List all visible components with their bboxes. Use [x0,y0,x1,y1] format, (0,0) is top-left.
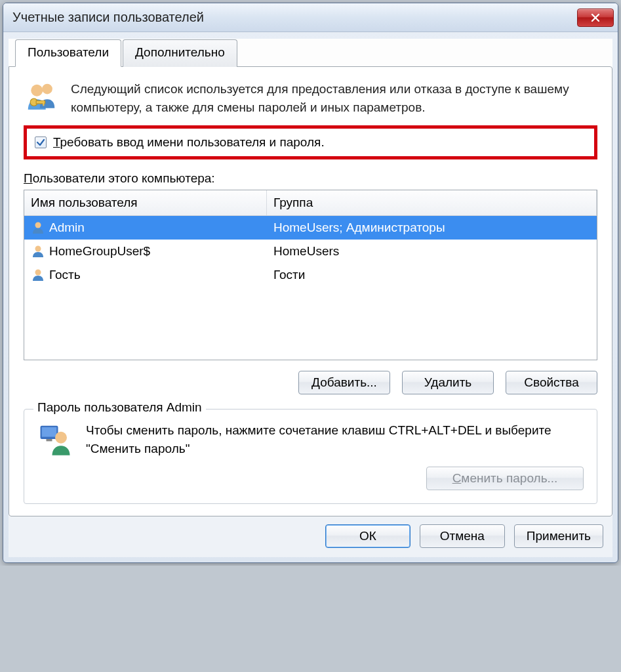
svg-point-5 [35,222,41,228]
client-area: Пользователи Дополнительно Следующий спи… [9,39,612,557]
svg-point-11 [55,432,67,444]
cell-username: Гость [49,268,81,282]
cell-group: HomeUsers [267,242,597,261]
svg-point-7 [35,270,41,276]
user-icon [31,220,45,235]
close-icon [590,12,601,23]
checkmark-icon [36,138,45,147]
svg-point-6 [35,246,41,252]
user-icon [31,268,45,282]
svg-rect-4 [43,101,44,106]
user-buttons-row: Добавить... Удалить Свойства [24,371,597,394]
svg-point-1 [42,84,52,94]
user-icon [31,244,45,259]
column-group[interactable]: Группа [267,190,597,215]
tab-page-users: Следующий список используется для предос… [9,66,612,516]
dialog-footer: ОК Отмена Применить [9,516,612,557]
tab-users[interactable]: Пользователи [15,39,121,67]
require-password-row: Требовать ввод имени пользователя и паро… [24,125,597,159]
user-monitor-icon [37,421,73,457]
list-item[interactable]: HomeGroupUser$ HomeUsers [24,240,597,263]
window-title: Учетные записи пользователей [12,10,577,25]
users-list-label: Пользователи этого компьютера: [24,171,597,186]
cancel-button[interactable]: Отмена [420,524,505,548]
password-hint-text: Чтобы сменить пароль, нажмите сочетание … [86,421,584,457]
groupbox-legend: Пароль пользователя Admin [33,400,206,415]
add-button[interactable]: Добавить... [298,371,390,394]
remove-button[interactable]: Удалить [402,371,494,394]
intro-section: Следующий список используется для предос… [24,80,597,116]
users-listview[interactable]: Имя пользователя Группа Admin HomeUsers;… [24,190,597,360]
titlebar[interactable]: Учетные записи пользователей [3,3,618,32]
column-username[interactable]: Имя пользователя [24,190,267,215]
list-item[interactable]: Admin HomeUsers; Администраторы [24,216,597,240]
ok-button[interactable]: ОК [325,524,411,548]
svg-rect-10 [47,439,52,441]
require-password-label: Требовать ввод имени пользователя и паро… [53,135,325,150]
require-password-checkbox[interactable] [35,136,47,148]
password-groupbox: Пароль пользователя Admin Чтобы сменить … [24,409,597,504]
users-keys-icon [24,80,59,116]
tab-advanced[interactable]: Дополнительно [123,39,237,67]
properties-button[interactable]: Свойства [506,371,597,394]
cell-username: Admin [49,220,85,235]
svg-rect-9 [42,427,57,437]
list-item[interactable]: Гость Гости [24,263,597,287]
close-button[interactable] [577,9,614,27]
dialog-window: Учетные записи пользователей Пользовател… [3,3,618,563]
cell-group: HomeUsers; Администраторы [267,219,597,237]
tab-strip: Пользователи Дополнительно [9,39,612,67]
cell-username: HomeGroupUser$ [49,244,150,259]
listview-header: Имя пользователя Группа [24,190,597,216]
cell-group: Гости [267,266,597,284]
change-password-button: Сменить пароль... [426,467,584,490]
apply-button[interactable]: Применить [514,524,603,548]
intro-text: Следующий список используется для предос… [71,80,597,116]
svg-point-0 [31,85,43,96]
